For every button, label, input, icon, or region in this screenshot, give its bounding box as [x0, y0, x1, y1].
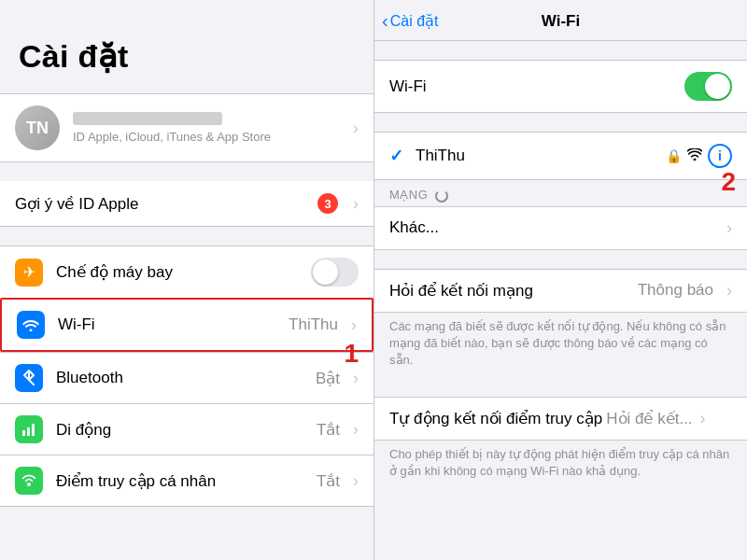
page-title: Cài đặt: [19, 37, 355, 75]
account-subtitle: ID Apple, iCloud, iTunes & App Store: [73, 130, 345, 144]
ask-label: Hỏi để kết nối mạng: [389, 281, 638, 301]
airplane-icon: ✈: [15, 259, 43, 287]
auto-description: Cho phép thiết bị này tự động phát hiện …: [374, 441, 747, 489]
suggestion-row[interactable]: Gợi ý về ID Apple 3 ›: [0, 181, 374, 227]
wifi-icon: [17, 311, 45, 339]
cellular-icon: [15, 415, 43, 443]
airplane-row[interactable]: ✈ Chế độ máy bay: [0, 245, 374, 298]
svg-rect-1: [27, 427, 30, 436]
bluetooth-label: Bluetooth: [56, 369, 316, 387]
settings-group-connectivity: ✈ Chế độ máy bay Wi-Fi ThiThu ›: [0, 245, 374, 507]
chevron-right-icon: ›: [351, 315, 357, 335]
bluetooth-value: Bật: [316, 369, 340, 388]
auto-join-row[interactable]: Tự động kết nối điểm truy cập Hỏi để kết…: [374, 397, 747, 441]
cellular-row[interactable]: Di động Tắt ›: [0, 403, 374, 455]
chevron-right-icon: ›: [353, 369, 359, 388]
cellular-label: Di động: [56, 420, 317, 440]
chevron-right-icon: ›: [353, 194, 359, 214]
avatar: TN: [15, 105, 60, 150]
chevron-right-icon: ›: [726, 281, 732, 301]
account-name-bar: [73, 112, 222, 125]
chevron-right-icon: ›: [353, 119, 359, 138]
back-label: Cài đặt: [390, 12, 439, 30]
toggle-knob: [313, 259, 338, 285]
left-header: Cài đặt: [0, 0, 374, 84]
right-title: Wi-Fi: [542, 12, 580, 31]
loading-icon: [435, 189, 448, 203]
hotspot-icon: [15, 467, 43, 495]
wifi-signal-icon: [687, 147, 702, 164]
right-panel: ‹ Cài đặt Wi-Fi Wi-Fi ✓ ThiThu 🔒: [374, 0, 747, 560]
hotspot-row[interactable]: Điểm truy cập cá nhân Tắt ›: [0, 455, 374, 507]
wifi-row-container: Wi-Fi ThiThu › 1: [0, 298, 374, 352]
wifi-section: Wi-Fi: [374, 60, 747, 113]
svg-rect-0: [22, 430, 25, 436]
auto-join-value: Hỏi để kết...: [606, 409, 692, 428]
auto-join-label: Tự động kết nối điểm truy cập: [389, 409, 602, 428]
hotspot-value: Tắt: [317, 471, 340, 491]
chevron-right-icon: ›: [700, 409, 706, 428]
network-icons: 🔒 i: [666, 144, 732, 168]
chevron-right-icon: ›: [353, 420, 359, 440]
account-row[interactable]: TN ID Apple, iCloud, iTunes & App Store …: [0, 93, 374, 162]
ask-row[interactable]: Hỏi để kết nối mạng Thông báo ›: [374, 269, 747, 313]
mang-section-title: MẠNG: [374, 180, 747, 206]
toggle-on-knob: [705, 74, 730, 99]
network-name: ThiThu: [416, 147, 666, 165]
cellular-value: Tắt: [317, 420, 340, 440]
bluetooth-row[interactable]: Bluetooth Bật ›: [0, 352, 374, 403]
wifi-toggle-row[interactable]: Wi-Fi: [374, 60, 747, 113]
suggestion-badge: 3: [317, 193, 338, 214]
right-header: ‹ Cài đặt Wi-Fi: [374, 0, 747, 41]
wifi-toggle[interactable]: [684, 72, 732, 101]
bluetooth-icon: [15, 364, 43, 392]
account-info: ID Apple, iCloud, iTunes & App Store: [73, 112, 345, 144]
other-label: Khác...: [389, 218, 719, 237]
ask-value: Thông báo: [638, 281, 713, 300]
other-row[interactable]: Khác... ›: [374, 206, 747, 250]
back-button[interactable]: ‹ Cài đặt: [382, 10, 438, 32]
hotspot-label: Điểm truy cập cá nhân: [56, 471, 317, 491]
airplane-toggle[interactable]: [311, 258, 359, 287]
svg-point-4: [694, 159, 697, 161]
info-button[interactable]: i: [708, 144, 732, 168]
step-2-label: 2: [721, 167, 736, 197]
left-panel: Cài đặt TN ID Apple, iCloud, iTunes & Ap…: [0, 0, 374, 560]
suggestion-label: Gợi ý về ID Apple: [15, 194, 317, 214]
network-row[interactable]: ✓ ThiThu 🔒 i: [374, 132, 747, 180]
checkmark-icon: ✓: [389, 146, 408, 166]
chevron-right-icon: ›: [353, 471, 359, 491]
svg-rect-2: [32, 424, 35, 436]
back-chevron-icon: ‹: [382, 10, 388, 32]
airplane-label: Chế độ máy bay: [56, 262, 311, 282]
ask-description: Các mạng đã biết sẽ được kết nối tự động…: [374, 313, 747, 379]
wifi-label: Wi-Fi: [58, 315, 289, 334]
lock-icon: 🔒: [666, 148, 682, 163]
wifi-toggle-label: Wi-Fi: [389, 77, 684, 96]
wifi-row[interactable]: Wi-Fi ThiThu ›: [0, 298, 374, 352]
network-row-container: ✓ ThiThu 🔒 i 2: [374, 113, 747, 180]
svg-point-3: [27, 483, 31, 486]
chevron-right-icon: ›: [726, 218, 732, 238]
wifi-value: ThiThu: [289, 315, 338, 334]
step-1-label: 1: [344, 339, 359, 369]
